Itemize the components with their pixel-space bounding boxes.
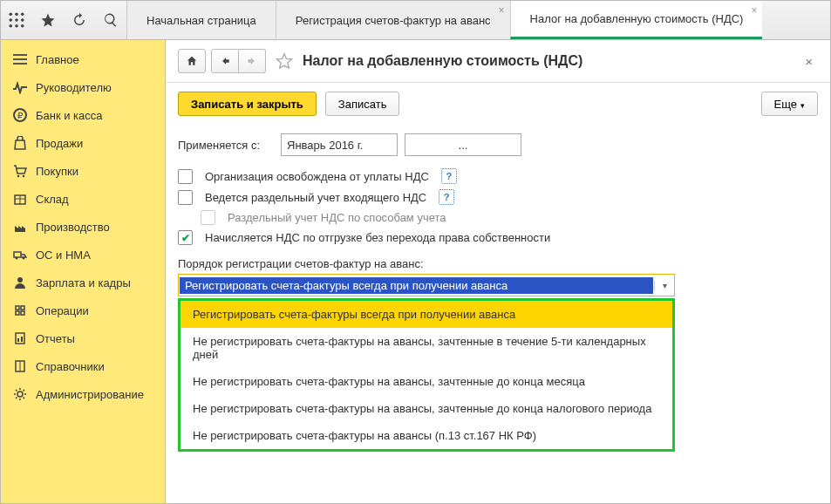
dropdown-list: Регистрировать счета-фактуры всегда при … bbox=[178, 298, 675, 452]
box-icon bbox=[13, 192, 27, 206]
topbar: Начальная страница Регистрация счетов-фа… bbox=[1, 1, 830, 40]
svg-point-5 bbox=[21, 18, 24, 22]
forward-button[interactable] bbox=[239, 49, 266, 73]
more-button[interactable]: Еще▾ bbox=[761, 92, 818, 116]
dropdown-option[interactable]: Регистрировать счета-фактуры всегда при … bbox=[181, 301, 672, 328]
star-icon[interactable] bbox=[32, 1, 64, 39]
svg-point-14 bbox=[17, 175, 20, 178]
svg-point-0 bbox=[9, 12, 12, 16]
back-button[interactable] bbox=[211, 49, 239, 73]
sidebar-item-factory[interactable]: Производство bbox=[1, 213, 165, 241]
sidebar-item-label: Главное bbox=[36, 53, 79, 66]
more-label: Еще bbox=[774, 98, 797, 111]
svg-point-18 bbox=[23, 257, 25, 260]
sidebar-item-label: Зарплата и кадры bbox=[36, 276, 131, 289]
checkbox-separate-label: Ведется раздельный учет входящего НДС bbox=[205, 191, 426, 204]
svg-rect-10 bbox=[13, 58, 27, 60]
sidebar-item-ruble[interactable]: ₽Банк и касса bbox=[1, 101, 165, 129]
svg-rect-9 bbox=[13, 54, 27, 56]
svg-rect-21 bbox=[17, 338, 19, 342]
help-icon[interactable]: ? bbox=[439, 189, 454, 205]
sidebar-item-label: Администрирование bbox=[36, 388, 144, 401]
svg-point-17 bbox=[16, 257, 18, 260]
sidebar-item-label: Отчеты bbox=[36, 332, 75, 345]
sidebar-item-book[interactable]: Справочники bbox=[1, 352, 165, 380]
tab-label: Начальная страница bbox=[146, 14, 256, 27]
gear-icon bbox=[13, 387, 27, 401]
sidebar-item-cart[interactable]: Покупки bbox=[1, 157, 165, 185]
tab-vat[interactable]: Налог на добавленную стоимость (НДС)× bbox=[510, 1, 763, 39]
favorite-icon[interactable] bbox=[275, 51, 294, 71]
history-icon[interactable] bbox=[64, 1, 95, 39]
sidebar: ГлавноеРуководителю₽Банк и кассаПродажиП… bbox=[1, 40, 166, 503]
tab-label: Регистрация счетов-фактур на аванс bbox=[296, 14, 491, 27]
report-icon bbox=[13, 331, 27, 345]
sidebar-item-ops[interactable]: Операции bbox=[1, 296, 165, 324]
sidebar-item-bag[interactable]: Продажи bbox=[1, 129, 165, 157]
svg-point-24 bbox=[17, 392, 23, 397]
form: Применяется с: Январь 2016 г. ... Органи… bbox=[166, 125, 830, 464]
sidebar-item-person[interactable]: Зарплата и кадры bbox=[1, 269, 165, 296]
checkbox-exempt[interactable] bbox=[178, 169, 193, 184]
checkbox-exempt-label: Организация освобождена от уплаты НДС bbox=[205, 170, 429, 183]
sidebar-item-truck[interactable]: ОС и НМА bbox=[1, 241, 165, 269]
svg-point-1 bbox=[15, 12, 18, 16]
dropdown-option[interactable]: Не регистрировать счета-фактуры на аванс… bbox=[181, 395, 672, 422]
tab-label: Налог на добавленную стоимость (НДС) bbox=[530, 12, 744, 25]
help-icon[interactable]: ? bbox=[441, 168, 457, 184]
svg-point-15 bbox=[23, 175, 25, 178]
save-and-close-button[interactable]: Записать и закрыть bbox=[178, 92, 317, 116]
svg-point-7 bbox=[15, 24, 18, 28]
factory-icon bbox=[13, 220, 27, 234]
checkbox-on-shipment[interactable] bbox=[178, 230, 193, 245]
home-button[interactable] bbox=[178, 49, 206, 73]
sidebar-item-box[interactable]: Склад bbox=[1, 185, 165, 213]
applies-from-label: Применяется с: bbox=[178, 139, 274, 152]
sidebar-item-report[interactable]: Отчеты bbox=[1, 324, 165, 352]
svg-point-4 bbox=[15, 18, 18, 22]
sidebar-item-label: Банк и касса bbox=[36, 109, 103, 122]
close-icon[interactable]: × bbox=[499, 4, 505, 17]
sidebar-item-label: Справочники bbox=[36, 360, 105, 373]
dropdown-value: Регистрировать счета-фактуры всегда при … bbox=[180, 277, 653, 294]
dropdown-option[interactable]: Не регистрировать счета-фактуры на аванс… bbox=[181, 422, 672, 449]
chevron-down-icon[interactable]: ▾ bbox=[654, 281, 674, 290]
apps-icon[interactable] bbox=[1, 1, 32, 39]
dropdown-option[interactable]: Не регистрировать счета-фактуры на аванс… bbox=[181, 328, 672, 368]
sidebar-item-label: Покупки bbox=[36, 165, 78, 178]
page-close-button[interactable]: × bbox=[800, 54, 818, 69]
sidebar-item-gear[interactable]: Администрирование bbox=[1, 380, 165, 408]
tab-invoice-registration[interactable]: Регистрация счетов-фактур на аванс× bbox=[276, 1, 510, 39]
applies-from-value: Январь 2016 г. bbox=[287, 139, 363, 152]
page-header: Налог на добавленную стоимость (НДС) × bbox=[166, 40, 830, 83]
applies-from-field[interactable]: Январь 2016 г. bbox=[281, 133, 398, 156]
save-button[interactable]: Записать bbox=[325, 92, 400, 116]
tabs: Начальная страница Регистрация счетов-фа… bbox=[126, 1, 830, 39]
invoice-order-dropdown[interactable]: Регистрировать счета-фактуры всегда при … bbox=[178, 274, 675, 452]
sidebar-item-label: Операции bbox=[36, 304, 89, 317]
pulse-icon bbox=[13, 80, 27, 94]
dropdown-option[interactable]: Не регистрировать счета-фактуры на аванс… bbox=[181, 368, 672, 395]
svg-point-6 bbox=[9, 24, 12, 28]
checkbox-separate[interactable] bbox=[178, 190, 193, 205]
sidebar-item-label: Склад bbox=[36, 193, 69, 206]
applies-from-picker[interactable]: ... bbox=[405, 133, 521, 156]
svg-rect-20 bbox=[16, 333, 24, 344]
sidebar-item-label: ОС и НМА bbox=[36, 249, 91, 262]
sidebar-item-burger[interactable]: Главное bbox=[1, 45, 165, 73]
svg-point-19 bbox=[17, 277, 23, 283]
svg-point-2 bbox=[21, 12, 24, 16]
search-icon[interactable] bbox=[95, 1, 126, 39]
toolbar: Записать и закрыть Записать Еще▾ bbox=[166, 83, 830, 125]
sidebar-item-pulse[interactable]: Руководителю bbox=[1, 73, 165, 101]
bag-icon bbox=[13, 136, 27, 150]
close-icon[interactable]: × bbox=[751, 4, 757, 17]
svg-rect-22 bbox=[21, 337, 23, 342]
svg-text:₽: ₽ bbox=[17, 111, 24, 120]
tab-home[interactable]: Начальная страница bbox=[126, 1, 276, 39]
dropdown-label: Порядок регистрации счетов-фактур на ава… bbox=[178, 257, 818, 270]
checkbox-on-shipment-label: Начисляется НДС по отгрузке без перехода… bbox=[205, 231, 550, 244]
ops-icon bbox=[13, 303, 27, 317]
cart-icon bbox=[13, 164, 27, 178]
sidebar-item-label: Производство bbox=[36, 221, 110, 234]
